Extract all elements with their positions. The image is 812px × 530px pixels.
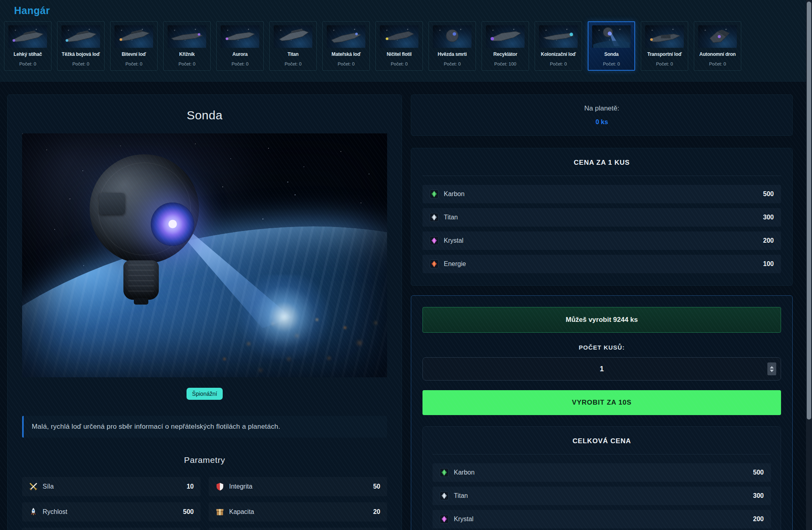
resource-value: 300 (753, 492, 764, 499)
resource-name: Krystal (444, 237, 463, 244)
ship-name: Hvězda smrti (438, 51, 467, 57)
resource-value: 500 (753, 469, 764, 476)
ship-image (22, 133, 387, 377)
ship-name: Autonomní dron (699, 51, 736, 57)
ship-thumbnail (62, 25, 100, 48)
resource-name: Krystal (454, 516, 474, 523)
ship-count: Počet: 0 (19, 61, 36, 66)
box-icon (215, 507, 224, 516)
page-title: Hangár (14, 5, 812, 16)
total-cost-title: CELKOVÁ CENA (433, 437, 771, 445)
parameter-label: Síla (43, 483, 54, 490)
ship-name: Mateřská loď (332, 51, 361, 57)
parameter-row-sila: Síla 10 (22, 477, 201, 496)
ship-class-badge: Špionážní (187, 388, 223, 400)
resource-row-titan: Titan 300 (422, 208, 781, 227)
ship-name: Sonda (604, 51, 619, 57)
resource-name: Karbon (444, 190, 465, 198)
ship-thumbnail (274, 25, 312, 48)
ship-count: Počet: 0 (232, 61, 248, 66)
parameter-row-rychlost: Rychlost 500 (22, 502, 201, 522)
rocket-icon (29, 507, 38, 516)
resource-row-krystal: Krystal 200 (422, 231, 781, 250)
ship-name: Titan (287, 51, 298, 57)
ship-thumbnail (8, 25, 47, 48)
ship-tab-transportni-lod[interactable]: Transportní loď Počet: 0 (641, 21, 688, 71)
ship-name: Transportní loď (647, 51, 682, 57)
ship-tab-bitevni-lod[interactable]: Bitevní loď Počet: 0 (110, 21, 158, 71)
ship-thumbnail (592, 25, 631, 48)
ship-tab-aurora[interactable]: Aurora Počet: 0 (216, 21, 264, 71)
unit-cost-title: CENA ZA 1 KUS (422, 159, 781, 167)
quantity-input[interactable] (422, 357, 781, 381)
image-vignette (22, 133, 387, 377)
ship-tab-recyklator[interactable]: Recyklátor Počet: 100 (482, 21, 529, 71)
parameters-title: Parametry (22, 455, 387, 465)
parameter-value: 10 (187, 483, 194, 490)
parameters-grid: Síla 10 Integrita 50 Rychlost 500 Kapaci… (22, 477, 387, 530)
resource-name: Titan (444, 214, 458, 221)
energie-icon (430, 260, 439, 268)
ship-tab-kolonizacni-lod[interactable]: Kolonizační loď Počet: 0 (535, 21, 582, 71)
unit-cost-panel: CENA ZA 1 KUS Karbon 500 Titan 300 Kryst… (411, 148, 793, 286)
parameter-label: Rychlost (43, 508, 67, 516)
can-produce-banner: Můžeš vyrobit 9244 ks (422, 307, 781, 333)
resource-value: 500 (763, 190, 774, 198)
krystal-icon (430, 236, 439, 245)
shield-icon (215, 482, 224, 491)
ship-tab-nicitel-flotil[interactable]: Ničitel flotil Počet: 0 (375, 21, 423, 71)
ship-thumbnail (168, 25, 206, 48)
resource-value: 200 (753, 516, 764, 523)
divider (422, 176, 781, 176)
ship-count: Počet: 0 (603, 61, 620, 66)
resource-value: 100 (763, 260, 774, 268)
ship-tab-tezka-bojova-lod[interactable]: Těžká bojová loď Počet: 0 (57, 21, 105, 71)
parameter-value: 20 (373, 508, 380, 516)
resource-value: 300 (763, 214, 774, 221)
ship-thumbnail (221, 25, 259, 48)
page-scrollbar[interactable] (806, 0, 812, 530)
krystal-icon (440, 515, 449, 524)
ship-thumbnail (645, 25, 684, 48)
ship-thumbnail (698, 25, 737, 48)
resource-name: Energie (444, 260, 466, 268)
ship-tab-lehky-stihac[interactable]: Lehký stíhač Počet: 0 (4, 21, 51, 71)
karbon-icon (430, 190, 439, 198)
ship-name: Recyklátor (493, 51, 517, 57)
ship-name: Kolonizační loď (541, 51, 576, 57)
ship-tab-kriznik[interactable]: Křižník Počet: 0 (163, 21, 211, 71)
ship-tab-sonda[interactable]: Sonda Počet: 0 (588, 21, 635, 71)
ship-count: Počet: 0 (709, 61, 726, 66)
on-planet-count: 0 ks (421, 119, 783, 126)
ship-description: Malá, rychlá loď určená pro sběr informa… (22, 416, 387, 438)
ship-count: Počet: 0 (444, 61, 461, 66)
ship-thumbnail (539, 25, 578, 48)
resource-value: 200 (763, 237, 774, 244)
scrollbar-thumb[interactable] (807, 2, 811, 419)
produce-button[interactable]: VYROBIT ZA 10S (422, 390, 781, 415)
quantity-stepper[interactable] (767, 362, 776, 375)
parameter-row-kapacita: Kapacita 20 (209, 502, 387, 522)
ship-name: Křižník (179, 51, 195, 57)
ship-tab-autonomni-dron[interactable]: Autonomní dron Počet: 0 (694, 21, 741, 71)
production-panel: Můžeš vyrobit 9244 ks POČET KUSŮ: VYROBI… (411, 295, 793, 530)
ship-count: Počet: 0 (72, 61, 89, 66)
resource-row-krystal: Krystal 200 (433, 510, 771, 528)
ship-count: Počet: 0 (125, 61, 142, 66)
on-planet-label: Na planetě: (421, 104, 783, 113)
hangar-header: Hangár Lehký stíhač Počet: 0 Těžká bojov… (0, 0, 812, 82)
ship-count: Počet: 0 (656, 61, 673, 66)
ship-thumbnail (486, 25, 525, 48)
ship-thumbnail (433, 25, 472, 48)
ship-tab-materska-lod[interactable]: Mateřská loď Počet: 0 (322, 21, 370, 71)
ship-tab-hvezda-smrti[interactable]: Hvězda smrti Počet: 0 (429, 21, 476, 71)
titan-icon (430, 213, 439, 222)
ship-name: Ničitel flotil (387, 51, 412, 57)
resource-row-titan: Titan 300 (433, 487, 771, 505)
parameter-value: 500 (183, 508, 194, 516)
ship-tab-titan[interactable]: Titan Počet: 0 (269, 21, 317, 71)
ship-name: Bitevní loď (122, 51, 146, 57)
ship-name: Aurora (232, 51, 248, 57)
parameter-label: Kapacita (229, 508, 254, 516)
karbon-icon (440, 468, 449, 477)
